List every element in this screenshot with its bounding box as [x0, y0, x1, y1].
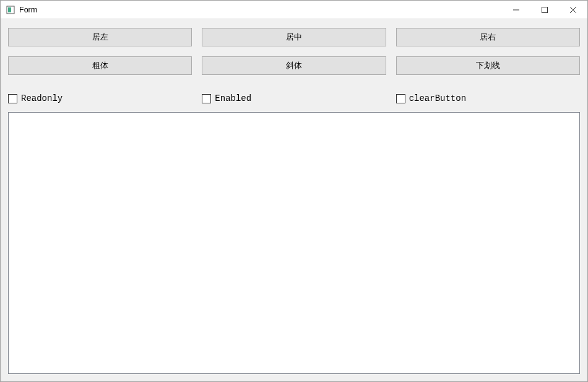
- text-edit-area[interactable]: [8, 112, 580, 374]
- titlebar: Form: [1, 1, 587, 19]
- enabled-checkbox[interactable]: [202, 94, 211, 103]
- window-title: Form: [19, 6, 502, 14]
- svg-rect-1: [8, 7, 11, 12]
- align-left-button[interactable]: 居左: [8, 28, 192, 46]
- window-controls: [502, 1, 587, 19]
- readonly-label: Readonly: [21, 93, 63, 103]
- readonly-checkbox[interactable]: [8, 94, 17, 103]
- clearbutton-checkbox[interactable]: [396, 94, 405, 103]
- align-right-button[interactable]: 居右: [396, 28, 580, 46]
- alignment-button-row: 居左 居中 居右: [8, 28, 580, 46]
- enabled-checkbox-cell: Enabled: [202, 93, 386, 103]
- readonly-checkbox-cell: Readonly: [8, 93, 192, 103]
- underline-button[interactable]: 下划线: [396, 56, 580, 75]
- italic-button[interactable]: 斜体: [202, 56, 386, 75]
- bold-button[interactable]: 粗体: [8, 56, 192, 75]
- app-icon: [6, 5, 15, 15]
- minimize-button[interactable]: [502, 1, 530, 19]
- client-area: 居左 居中 居右 粗体 斜体 下划线 Readonly Enabled clea…: [1, 19, 587, 381]
- align-center-button[interactable]: 居中: [202, 28, 386, 46]
- style-button-row: 粗体 斜体 下划线: [8, 56, 580, 75]
- checkbox-row: Readonly Enabled clearButton: [8, 93, 580, 103]
- close-button[interactable]: [559, 1, 587, 19]
- enabled-label: Enabled: [215, 93, 251, 103]
- clearbutton-checkbox-cell: clearButton: [396, 93, 580, 103]
- maximize-button[interactable]: [530, 1, 559, 19]
- clearbutton-label: clearButton: [409, 93, 466, 103]
- svg-rect-3: [542, 7, 548, 12]
